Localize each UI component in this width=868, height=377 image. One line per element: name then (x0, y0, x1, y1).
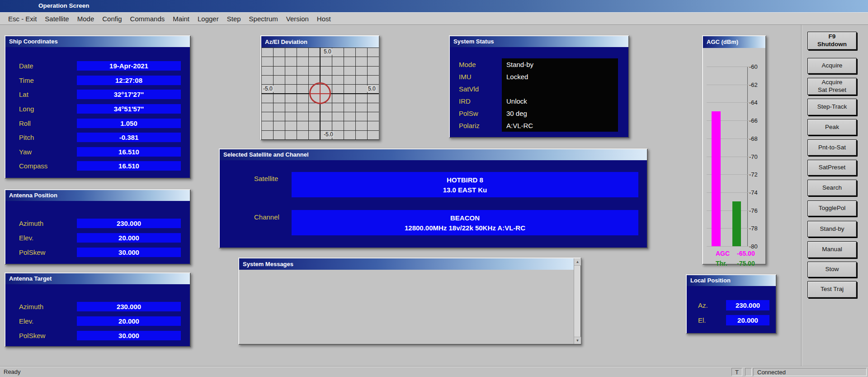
stow-button[interactable]: Stow (807, 262, 857, 277)
field-value: Locked (502, 73, 628, 81)
test-traj-button[interactable]: Test Traj (807, 281, 857, 298)
agc-tick-label: -74 (749, 189, 765, 196)
panel-header: Local Position (687, 275, 776, 286)
agc-panel: AGC (dBm) AGC -65.00 Thr. -75.00 -60-62-… (702, 35, 766, 265)
field-row: Roll1.050 (19, 116, 181, 130)
field-label: El. (698, 316, 726, 324)
menu-item-satellite[interactable]: Satellite (44, 14, 69, 24)
field-label: Azimuth (19, 303, 77, 310)
threshold-legend-row: Thr. -75.00 (716, 260, 727, 267)
menu-item-commands[interactable]: Commands (130, 14, 165, 24)
field-row: Az.230.000 (698, 298, 769, 313)
field-row: Pitch-0.381 (19, 130, 181, 145)
scroll-down-icon[interactable]: ▼ (574, 337, 581, 344)
field-label: PolSkew (19, 248, 77, 256)
peak-button[interactable]: Peak (807, 119, 857, 135)
field-value: 30 deg (502, 110, 628, 117)
menu-item-mode[interactable]: Mode (77, 14, 95, 24)
field-row: IRDUnlock (450, 95, 628, 107)
panel-header: Ship Coordinates (5, 36, 190, 47)
antenna-target-rows: Azimuth230.000Elev.20.000PolSkew30.000 (5, 284, 190, 343)
system-status-rows: ModeStand-byIMULockedSatVldIRDUnlockPolS… (450, 58, 628, 132)
agc-tick-label: -78 (749, 225, 765, 232)
field-row: PolSw30 deg (450, 107, 628, 119)
panel-header: System Messages (239, 258, 580, 270)
satellite-orbit: 13.0 EAST Ku (443, 186, 487, 194)
menu-bar: Esc - ExitSatelliteModeConfigCommandsMai… (0, 13, 868, 25)
field-value: 19-Apr-2021 (77, 61, 181, 71)
agc-legend-name: AGC (716, 250, 730, 257)
field-value: 16.510 (77, 161, 181, 171)
field-row: PolSkew30.000 (19, 328, 181, 343)
agc-legend-value: -65.00 (737, 250, 755, 257)
agc-bar-agc (712, 111, 721, 246)
field-value: Stand-by (502, 61, 628, 68)
operation-screen-window: Operation Screen Esc - ExitSatelliteMode… (0, 0, 868, 377)
selected-satellite-channel-panel: Selected Satellite and Channel Satellite… (219, 148, 648, 248)
scroll-up-icon[interactable]: ▲ (574, 258, 581, 266)
panel-header: AGC (dBm) (703, 36, 765, 48)
step-track-button[interactable]: Step-Track (807, 99, 857, 115)
antenna-position-rows: Azimuth230.000Elev.20.000PolSkew30.000 (5, 201, 190, 259)
f9-shutdown-button[interactable]: F9 Shutdown (807, 32, 857, 50)
menu-item-version[interactable]: Version (286, 14, 309, 24)
system-messages-scrollbar[interactable]: ▲ ▼ (574, 258, 580, 344)
agc-gridline (707, 85, 749, 85)
field-value: 20.000 (726, 315, 769, 325)
local-position-rows: Az.230.000El.20.000 (687, 286, 776, 328)
stand-by-button[interactable]: Stand-by (807, 221, 857, 237)
acquire-button[interactable]: Acquire (807, 58, 857, 74)
field-label: Roll (19, 119, 77, 127)
menu-item-host[interactable]: Host (316, 14, 331, 24)
menu-item-logger[interactable]: Logger (197, 14, 219, 24)
field-row: SatVld (450, 83, 628, 95)
field-value: A:VL-RC (502, 122, 628, 129)
field-label: Elev. (19, 317, 77, 325)
field-row: El.20.000 (698, 313, 769, 328)
panel-header: System Status (450, 36, 628, 47)
field-value: 30.000 (77, 248, 181, 257)
menu-item-spectrum[interactable]: Spectrum (249, 14, 278, 24)
field-value: 20.000 (77, 233, 181, 243)
azel-deviation-grid: 5.0 -5.0 5.0 -5.0 (261, 48, 379, 140)
azel-top-label: 5.0 (323, 48, 332, 55)
field-row: IMULocked (450, 71, 628, 83)
azel-right-label: 5.0 (367, 86, 377, 92)
menu-item-esc-exit[interactable]: Esc - Exit (8, 14, 37, 24)
field-value: 30.000 (77, 331, 181, 340)
satpreset-button[interactable]: SatPreset (807, 160, 857, 176)
agc-bar-chart: AGC -65.00 Thr. -75.00 -60-62-64-66-68-7… (703, 48, 765, 264)
field-label: IMU (450, 73, 502, 81)
azel-marker-crosshair-horizontal (309, 93, 331, 94)
agc-tick-label: -70 (749, 153, 765, 160)
azel-bottom-label: -5.0 (323, 131, 334, 138)
field-row: Date19-Apr-2021 (19, 59, 181, 73)
togglepol-button[interactable]: TogglePol (807, 200, 857, 216)
status-ready-text: Ready (4, 368, 21, 375)
field-row: Compass16.510 (19, 159, 181, 173)
manual-button[interactable]: Manual (807, 241, 857, 258)
field-value: 230.000 (726, 300, 769, 310)
agc-tick-label: -64 (749, 99, 765, 106)
search-button[interactable]: Search (807, 180, 857, 196)
field-row: Azimuth230.000 (19, 299, 181, 314)
field-label: Yaw (19, 148, 77, 156)
menu-item-maint[interactable]: Maint (172, 14, 190, 24)
system-messages-content (239, 270, 580, 344)
system-status-panel: System Status ModeStand-byIMULockedSatVl… (449, 35, 629, 138)
menu-item-step[interactable]: Step (226, 14, 241, 24)
satellite-label: Satellite (254, 175, 278, 182)
agc-legend-row: AGC -65.00 (716, 250, 730, 257)
panel-header: Az/El Deviation (261, 36, 379, 48)
button-column-divider (801, 25, 802, 367)
field-value: 16.510 (77, 147, 181, 157)
status-t-indicator: T (731, 368, 742, 376)
field-value: -0.381 (77, 133, 181, 142)
field-label: Long (19, 105, 77, 113)
acquire-sat-preset-button[interactable]: Acquire Sat Preset (807, 78, 857, 95)
menu-item-config[interactable]: Config (102, 14, 122, 24)
pnt-to-sat-button[interactable]: Pnt-to-Sat (807, 139, 857, 156)
field-row: PolSkew30.000 (19, 245, 181, 259)
field-row: Lat32°17'27" (19, 87, 181, 102)
panel-header: Selected Satellite and Channel (220, 149, 647, 160)
